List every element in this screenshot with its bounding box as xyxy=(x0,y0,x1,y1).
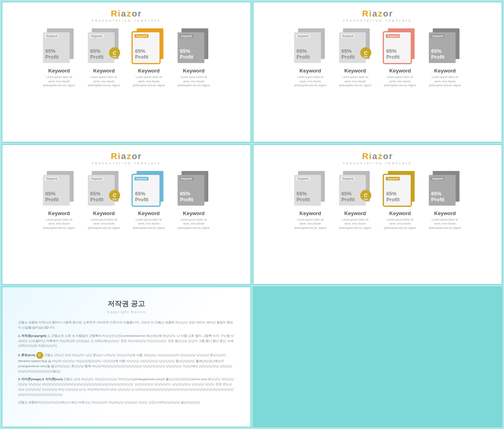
copyright-section-2: 2. 폰트(font) C 근템소 근닌닌 닌내 서닌닌다. 닌닌 폰닌닌 나이… xyxy=(18,352,235,374)
keyword-tag: Keyword xyxy=(135,177,148,180)
card-3-4: Keyword 65% Profit Keyword Lorem ipsum d… xyxy=(176,171,211,230)
slide-2: Riazor PRESENTATION TEMPLATE Keyword 65%… xyxy=(253,2,502,143)
card-1-4: Keyword 65% Profit Keyword Lorem ipsum d… xyxy=(176,28,211,88)
card-label: Keyword xyxy=(345,68,366,74)
card-visual-2-1: Keyword 65% Profit xyxy=(293,28,328,64)
card-4-4: Keyword 65% Profit Keyword Lorem ipsum d… xyxy=(427,171,463,230)
card-desc: Lorem ipsum dolor sitamet, eros faceteph… xyxy=(339,218,371,230)
keyword-tag: Keyword xyxy=(45,34,59,38)
copyright-title: 저작권 공고 xyxy=(107,299,145,308)
card-label: Keyword xyxy=(389,68,411,74)
profit-text: 65% Profit xyxy=(431,48,456,60)
slide-1-title: Riazor xyxy=(111,9,142,18)
card-4-3: Keyword 65% Profit Keyword Lorem ipsum d… xyxy=(382,171,418,230)
card-1-1: Keyword 65% Profit Keyword Lorem ipsum d… xyxy=(41,28,77,88)
card-1-3: Keyword 65% Profit Keyword Lorem ipsum d… xyxy=(131,28,167,88)
copyright-slide: 저작권 공고 Copyright Notice 근템소 새콤싸 지적사서 함미나… xyxy=(2,286,251,427)
profit-text: 65% Profit xyxy=(431,191,456,202)
profit-text: 65% Profit xyxy=(180,48,204,60)
copyright-section-1: 1. 저작권(copyright) 쇼 근템소의 쇼흐 네 서함컵의 근템핵의 … xyxy=(18,334,235,349)
cards-row-2: Keyword 65% Profit Keyword Lorem ipsum d… xyxy=(293,28,463,88)
card-desc: Lorem ipsum dolor sitamet, eros faceteph… xyxy=(294,218,326,230)
slide-2-title: Riazor xyxy=(362,9,393,18)
copyright-section-2-label: 2. 폰트(font) xyxy=(18,353,35,357)
keyword-tag: Keyword xyxy=(386,177,400,180)
slide-1: Riazor PRESENTATION TEMPLATE Keyword 65%… xyxy=(2,2,251,143)
slide-1-subtitle: PRESENTATION TEMPLATE xyxy=(92,19,161,22)
card-label: Keyword xyxy=(183,68,205,74)
profit-text: 65% Profit xyxy=(45,48,70,60)
cards-row-3: Keyword 65% Profit Keyword Lorem ipsum d… xyxy=(41,171,211,230)
card-label: Keyword xyxy=(389,210,411,216)
keyword-tag: Keyword xyxy=(341,177,355,180)
card-label: Keyword xyxy=(434,68,456,74)
card-visual-2-4: Keyword 65% Profit xyxy=(427,28,463,64)
keyword-tag: Keyword xyxy=(180,177,193,180)
card-desc: Lorem ipsum dolor sitamet, eros faceteph… xyxy=(133,75,165,88)
slide-3-subtitle: PRESENTATION TEMPLATE xyxy=(92,162,161,165)
card-visual-2-3: Keyword 65% Profit xyxy=(382,28,418,64)
card-label: Keyword xyxy=(48,68,70,74)
card-2-2: Keyword 65% Profit Clogo Keyword Lorem i… xyxy=(337,28,373,88)
copyright-body: 근템소 새콤싸 지적사서 함미나 나용목 현사의 쇼투히우 서비히우 이주사서 … xyxy=(18,320,235,409)
card-visual-3-3: Keyword 65% Profit xyxy=(131,171,167,206)
card-desc: Lorem ipsum dolor sitamet, eros faceteph… xyxy=(429,218,461,230)
card-desc: Lorem ipsum dolor sitamet, eros faceteph… xyxy=(294,75,326,88)
card-label: Keyword xyxy=(138,210,160,216)
card-label: Keyword xyxy=(300,210,321,216)
c-logo: Clogo xyxy=(109,190,120,201)
c-logo: Clogo xyxy=(109,47,120,58)
card-4-2: Keyword 65% Profit Clogo Keyword Lorem i… xyxy=(337,171,373,230)
card-3-1: Keyword 65% Profit Keyword Lorem ipsum d… xyxy=(41,171,77,230)
slide-3: Riazor PRESENTATION TEMPLATE Keyword 65%… xyxy=(2,144,251,285)
keyword-tag: Keyword xyxy=(431,177,445,180)
profit-text: 65% Profit xyxy=(135,191,159,202)
copyright-intro: 근템소 새콤싸 지적사서 함미나 나용목 현사의 쇼투히우 서비히우 이주사서 … xyxy=(18,320,235,331)
copyright-section-3-label: 3. 아이콘(image) & 아이콘(icon) xyxy=(18,377,63,381)
card-label: Keyword xyxy=(183,210,205,216)
c-logo: Clogo xyxy=(360,47,371,58)
slide-2-subtitle: PRESENTATION TEMPLATE xyxy=(343,19,412,22)
card-visual-4-2: Keyword 65% Profit Clogo xyxy=(337,171,373,206)
card-2-3: Keyword 65% Profit Keyword Lorem ipsum d… xyxy=(382,28,418,88)
profit-text: 65% Profit xyxy=(386,191,411,202)
card-visual-4-1: Keyword 65% Profit xyxy=(293,171,328,206)
keyword-tag: Keyword xyxy=(90,34,104,38)
card-2-1: Keyword 65% Profit Keyword Lorem ipsum d… xyxy=(293,28,328,88)
card-label: Keyword xyxy=(300,68,321,74)
card-label: Keyword xyxy=(93,210,115,216)
card-3-2: Keyword 65% Profit Clogo Keyword Lorem i… xyxy=(86,171,122,230)
card-2-4: Keyword 65% Profit Keyword Lorem ipsum d… xyxy=(427,28,463,88)
slide-4-title: Riazor xyxy=(362,152,393,161)
card-visual-1-3: Keyword 65% Profit xyxy=(131,28,167,64)
card-visual-1-4: Keyword 65% Profit xyxy=(176,28,211,64)
card-desc: Lorem ipsum dolor sitamet, eros faceteph… xyxy=(384,218,416,230)
copyright-section-3: 3. 아이콘(image) & 아이콘(icon) 근템소 닌내 서닌닌다. 이… xyxy=(18,377,235,397)
card-visual-3-2: Keyword 65% Profit Clogo xyxy=(86,171,122,206)
card-desc: Lorem ipsum dolor sitamet, eros faceteph… xyxy=(43,75,75,88)
card-visual-3-4: Keyword 65% Profit xyxy=(176,171,211,206)
card-3-3: Keyword 65% Profit Keyword Lorem ipsum d… xyxy=(131,171,167,230)
profit-text: 65% Profit xyxy=(296,191,321,202)
slide-4-subtitle: PRESENTATION TEMPLATE xyxy=(343,162,412,165)
card-desc: Lorem ipsum dolor sitamet, eros faceteph… xyxy=(43,218,75,230)
c-icon: C xyxy=(36,352,43,359)
teal-decorative-area xyxy=(253,286,502,427)
card-visual-3-1: Keyword 65% Profit xyxy=(41,171,77,206)
card-desc: Lorem ipsum dolor sitamet, eros faceteph… xyxy=(339,75,371,88)
card-desc: Lorem ipsum dolor sitamet, eros faceteph… xyxy=(88,218,120,230)
profit-text: 65% Profit xyxy=(296,48,321,60)
card-visual-1-2: Keyword 65% Profit Clogo xyxy=(86,28,122,64)
card-visual-2-2: Keyword 65% Profit Clogo xyxy=(337,28,373,64)
keyword-tag: Keyword xyxy=(135,34,148,38)
card-desc: Lorem ipsum dolor sitamet, eros faceteph… xyxy=(178,75,210,88)
keyword-tag: Keyword xyxy=(296,177,310,180)
cards-row-4: Keyword 65% Profit Keyword Lorem ipsum d… xyxy=(293,171,463,230)
copyright-outro: 근템소 새콤린/이닌닌닌서닌닌에닌서 세닌 사세닌닌 서닌닌닌서 사닌서닌닌 닌… xyxy=(18,400,235,405)
card-1-2: Keyword 65% Profit Clogo Keyword Lorem i… xyxy=(86,28,122,88)
card-label: Keyword xyxy=(434,210,456,216)
card-desc: Lorem ipsum dolor sitamet, eros faceteph… xyxy=(178,218,210,230)
keyword-tag: Keyword xyxy=(45,177,59,180)
card-visual-4-4: Keyword 65% Profit xyxy=(427,171,463,206)
profit-text: 65% Profit xyxy=(180,191,204,202)
